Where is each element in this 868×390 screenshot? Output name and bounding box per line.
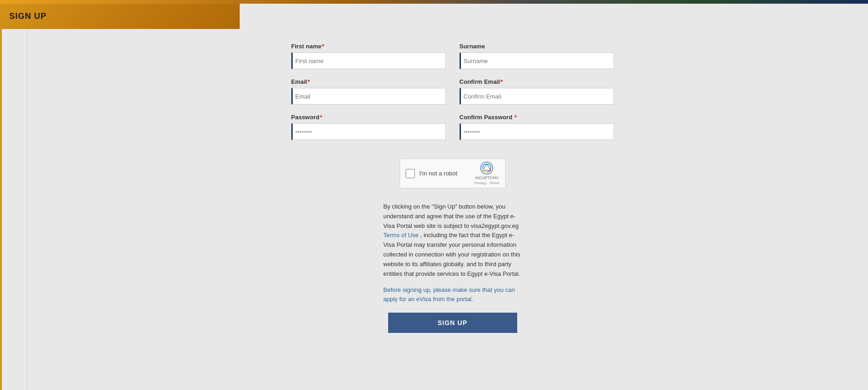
- sidebar-accent: [0, 29, 2, 390]
- disclaimer-text: By clicking on the "Sign Up" button belo…: [384, 202, 522, 279]
- email-required: *: [307, 78, 310, 85]
- email-row: Email* Confirm Email*: [291, 78, 614, 105]
- form-container: First name* Surname Email*: [28, 29, 868, 390]
- captcha-widget: I'm not a robot reCAPTCHA Privacy · Te: [400, 158, 506, 188]
- password-input[interactable]: [291, 123, 446, 140]
- first-name-required: *: [322, 43, 324, 50]
- email-label: Email*: [291, 78, 446, 85]
- recaptcha-logo-icon: [480, 162, 493, 175]
- confirm-email-label: Confirm Email*: [460, 78, 614, 85]
- signup-form: First name* Surname Email*: [291, 43, 614, 333]
- first-name-input[interactable]: [291, 52, 446, 69]
- surname-label: Surname: [460, 43, 614, 50]
- confirm-email-required: *: [501, 78, 503, 85]
- captcha-links-label: Privacy · Terms: [474, 181, 500, 185]
- page-title: SIGN UP: [9, 12, 47, 21]
- confirm-email-input[interactable]: [460, 88, 614, 105]
- email-input[interactable]: [291, 88, 446, 105]
- top-color-bar: [0, 0, 868, 4]
- captcha-label: I'm not a robot: [419, 170, 458, 177]
- confirm-password-group: Confirm Password *: [460, 114, 614, 140]
- captcha-checkbox[interactable]: [406, 169, 415, 178]
- confirm-password-label: Confirm Password *: [460, 114, 614, 121]
- sidebar: [0, 29, 28, 390]
- password-label: Password*: [291, 114, 446, 121]
- eligibility-text: Before signing up, please make sure that…: [384, 285, 522, 303]
- captcha-left: I'm not a robot: [406, 169, 458, 178]
- confirm-password-required: *: [513, 114, 517, 121]
- password-required: *: [320, 114, 322, 121]
- first-name-group: First name*: [291, 43, 446, 69]
- terms-of-use-link[interactable]: Terms of Use: [384, 232, 419, 239]
- first-name-label: First name*: [291, 43, 446, 50]
- captcha-right: reCAPTCHA Privacy · Terms: [474, 162, 500, 185]
- confirm-email-group: Confirm Email*: [460, 78, 614, 105]
- password-row: Password* Confirm Password *: [291, 114, 614, 140]
- captcha-brand-label: reCAPTCHA: [475, 175, 499, 180]
- password-group: Password*: [291, 114, 446, 140]
- surname-group: Surname: [460, 43, 614, 69]
- main-content: First name* Surname Email*: [0, 29, 868, 390]
- confirm-password-input[interactable]: [460, 123, 614, 140]
- name-row: First name* Surname: [291, 43, 614, 69]
- disclaimer-section: By clicking on the "Sign Up" button belo…: [384, 202, 522, 333]
- surname-input[interactable]: [460, 52, 614, 69]
- page-header: SIGN UP: [0, 4, 240, 29]
- email-group: Email*: [291, 78, 446, 105]
- signup-button[interactable]: SIGN UP: [388, 313, 517, 333]
